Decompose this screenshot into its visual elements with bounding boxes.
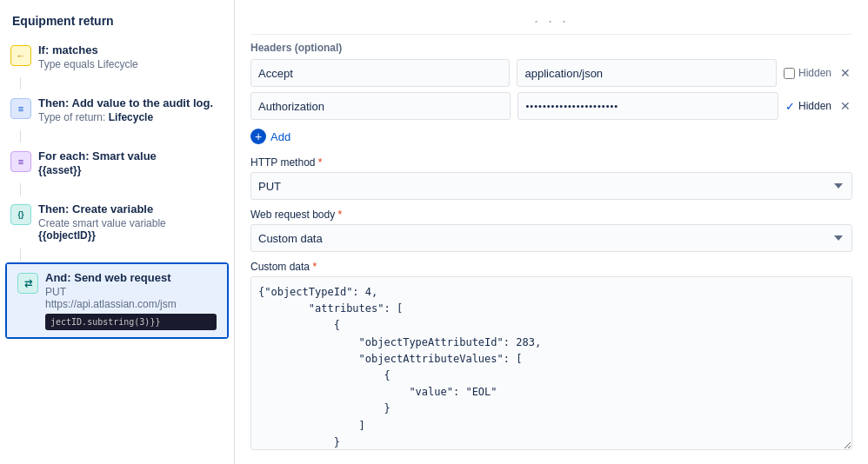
hidden-label-accept: Hidden bbox=[798, 67, 831, 79]
then-create-subtitle: Create smart value variable {{objectID}} bbox=[38, 217, 224, 242]
top-dots: · · · bbox=[250, 12, 852, 35]
left-panel: Equipment return ← If: matches Type equa… bbox=[0, 0, 235, 464]
header-row-accept: Hidden ✕ bbox=[250, 59, 852, 87]
rule-item-then-create[interactable]: {} Then: Create variable Create smart va… bbox=[0, 196, 234, 249]
connector-1 bbox=[20, 77, 21, 89]
selected-item-wrapper: ⇄ And: Send web request PUThttps://api.a… bbox=[5, 262, 229, 339]
for-each-title: For each: Smart value bbox=[38, 149, 224, 162]
then-audit-icon: ≡ bbox=[10, 98, 31, 119]
panel-title: Equipment return bbox=[0, 9, 234, 36]
required-star-method: * bbox=[315, 156, 322, 169]
custom-data-textarea[interactable]: {"objectTypeId": 4, "attributes": [ { "o… bbox=[250, 276, 852, 450]
header-key-authorization[interactable] bbox=[250, 92, 511, 120]
connector-3 bbox=[20, 183, 21, 196]
header-row-authorization: ✓ Hidden ✕ bbox=[250, 92, 852, 120]
and-send-title: And: Send web request bbox=[45, 271, 217, 284]
rule-item-then-audit[interactable]: ≡ Then: Add value to the audit log. Type… bbox=[0, 89, 234, 130]
then-create-icon: {} bbox=[10, 204, 31, 225]
rule-item-and-send[interactable]: ⇄ And: Send web request PUThttps://api.a… bbox=[7, 264, 227, 337]
and-send-subtitle: PUThttps://api.atlassian.com/jsm bbox=[45, 286, 217, 310]
hidden-label-authorization: Hidden bbox=[798, 100, 831, 112]
http-method-select[interactable]: PUT GET POST DELETE PATCH bbox=[250, 172, 852, 200]
custom-data-label: Custom data * bbox=[250, 261, 852, 273]
header-value-authorization[interactable] bbox=[517, 92, 778, 120]
then-create-title: Then: Create variable bbox=[38, 202, 224, 215]
hidden-check-authorization: ✓ Hidden bbox=[785, 100, 831, 113]
and-send-icon: ⇄ bbox=[17, 273, 38, 294]
web-request-body-select[interactable]: Custom data Empty Form data bbox=[250, 224, 852, 252]
for-each-subtitle: {{asset}} bbox=[38, 164, 224, 176]
add-label: Add bbox=[270, 130, 290, 143]
rule-item-if-matches[interactable]: ← If: matches Type equals Lifecycle bbox=[0, 36, 234, 77]
rule-item-for-each[interactable]: ≡ For each: Smart value {{asset}} bbox=[0, 143, 234, 183]
hidden-check-accept: Hidden bbox=[784, 67, 831, 79]
add-icon: + bbox=[250, 129, 266, 144]
add-header-button[interactable]: + Add bbox=[250, 125, 290, 148]
for-each-icon: ≡ bbox=[10, 151, 31, 172]
http-method-label: HTTP method * bbox=[250, 156, 852, 169]
and-send-code: jectID.substring(3)}} bbox=[45, 314, 217, 330]
required-star-body: * bbox=[335, 209, 342, 221]
then-audit-title: Then: Add value to the audit log. bbox=[38, 96, 224, 109]
if-matches-subtitle: Type equals Lifecycle bbox=[38, 58, 224, 70]
remove-authorization-button[interactable]: ✕ bbox=[838, 99, 852, 113]
remove-accept-button[interactable]: ✕ bbox=[838, 66, 852, 80]
hidden-checkbox-accept[interactable] bbox=[784, 68, 795, 79]
if-matches-title: If: matches bbox=[38, 43, 224, 56]
connector-2 bbox=[20, 130, 21, 143]
if-matches-icon: ← bbox=[10, 45, 31, 66]
then-audit-subtitle: Type of return: Lifecycle bbox=[38, 111, 224, 123]
headers-label: Headers (optional) bbox=[250, 42, 852, 54]
right-panel: · · · Headers (optional) Hidden ✕ ✓ Hidd… bbox=[235, 0, 868, 464]
required-star-custom: * bbox=[310, 261, 317, 273]
header-value-accept[interactable] bbox=[517, 59, 776, 87]
web-request-body-label: Web request body * bbox=[250, 209, 852, 221]
connector-4 bbox=[20, 249, 21, 261]
header-key-accept[interactable] bbox=[250, 59, 510, 87]
